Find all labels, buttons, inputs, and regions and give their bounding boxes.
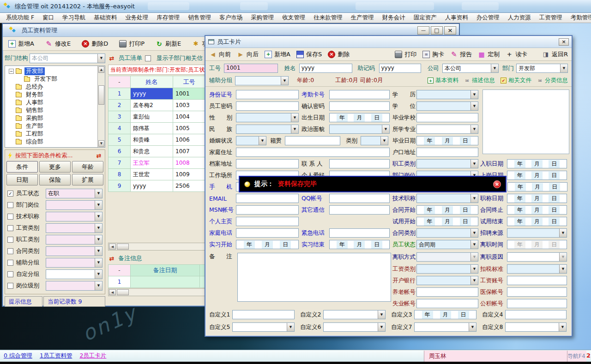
tab[interactable]: 分类信息 <box>537 77 568 84</box>
checkbox[interactable] <box>7 225 13 231</box>
school-field[interactable] <box>416 113 478 122</box>
employee-id[interactable]: 1006 <box>173 134 205 146</box>
checkbox[interactable] <box>7 191 13 197</box>
employee-id[interactable]: 1005 <box>173 123 205 134</box>
checkbox[interactable] <box>7 237 13 243</box>
window-tab-link[interactable]: 2员工卡片 <box>79 352 106 360</box>
chevron-down-icon[interactable] <box>491 64 498 72</box>
menu-item[interactable]: 人力资源 <box>504 14 535 22</box>
tax-std-combo[interactable] <box>507 264 567 274</box>
filter-combo[interactable] <box>46 246 103 256</box>
filter-tab-button[interactable]: 保险 <box>39 174 71 185</box>
empno-field[interactable]: 1001 <box>224 64 278 73</box>
chevron-down-icon[interactable] <box>382 125 389 133</box>
confirm-pwd-field[interactable] <box>329 101 390 111</box>
chevron-down-icon[interactable] <box>95 247 102 256</box>
birth-date-input[interactable]: 年月日 <box>329 113 390 122</box>
chevron-down-icon[interactable] <box>559 323 566 331</box>
toolbar-button[interactable]: 新增A <box>265 50 290 59</box>
filter-tab-button[interactable]: 更多 <box>39 161 71 173</box>
chevron-down-icon[interactable] <box>470 90 478 99</box>
native-place-field[interactable] <box>285 136 340 145</box>
trial-start-date-input[interactable]: 年月日 <box>416 217 478 226</box>
employee-name[interactable]: 和贵峰 <box>131 134 173 146</box>
window-tab-link[interactable]: 1员工资料管 <box>40 352 72 360</box>
bank-combo[interactable] <box>416 276 478 285</box>
menu-item[interactable]: 业务处理 <box>121 14 152 22</box>
politics-combo[interactable] <box>329 125 390 134</box>
employee-name[interactable]: yyyy <box>131 88 173 100</box>
chevron-down-icon[interactable] <box>470 265 478 273</box>
chevron-down-icon[interactable] <box>287 323 294 331</box>
employee-name[interactable]: 王立军 <box>131 157 173 169</box>
toolbar-button[interactable]: 删除D <box>82 40 108 48</box>
chevron-down-icon[interactable] <box>560 64 567 72</box>
home-phone-field[interactable] <box>236 228 299 238</box>
chevron-down-icon[interactable] <box>291 125 298 133</box>
chevron-down-icon[interactable] <box>291 113 298 122</box>
chevron-down-icon[interactable] <box>470 160 478 168</box>
chevron-down-icon[interactable] <box>281 77 288 85</box>
attend-card-field[interactable] <box>329 90 390 99</box>
filter-combo[interactable]: 在职 <box>46 189 103 198</box>
degree-combo[interactable] <box>416 101 478 111</box>
toolbar-button[interactable]: 定制 <box>478 50 500 59</box>
menu-item[interactable]: 库存管理 <box>152 14 184 22</box>
contract-start-date-input[interactable]: 年月日 <box>416 205 478 215</box>
trial-end-date-input[interactable]: 年月日 <box>507 217 567 226</box>
chevron-down-icon[interactable] <box>559 229 567 237</box>
show-subdept-checkbox[interactable] <box>145 55 151 61</box>
toolbar-button[interactable]: 打印 <box>395 50 416 59</box>
filter-tab-button[interactable]: 日期 <box>6 174 38 185</box>
employee-name[interactable]: 孟冬梅2 <box>131 100 173 111</box>
menu-item[interactable]: 学习导航 <box>58 14 90 22</box>
col-name[interactable]: 姓名 <box>131 76 173 88</box>
unemploy-acct-field[interactable] <box>416 299 478 308</box>
menu-item[interactable]: 窗口 <box>38 14 58 22</box>
scrollbar-thumb[interactable] <box>117 244 129 250</box>
post-date-input[interactable]: 年月日 <box>507 171 567 180</box>
chevron-down-icon[interactable] <box>95 235 102 244</box>
toolbar-button[interactable]: 向前 <box>209 50 231 59</box>
home-addr-field[interactable] <box>236 148 390 157</box>
filter-combo[interactable] <box>46 258 103 268</box>
mnemonic-field[interactable]: yyyy <box>379 64 422 73</box>
toolbar-button[interactable]: 保存S <box>296 50 322 59</box>
filter-combo[interactable] <box>46 235 103 245</box>
scroll-up-icon[interactable]: ▲ <box>98 66 104 73</box>
checkbox[interactable] <box>7 202 13 208</box>
tree-item[interactable]: 开发部 <box>9 67 105 75</box>
employee-id[interactable]: 1009 <box>173 169 205 180</box>
tree-item[interactable]: 生产部 <box>9 122 105 130</box>
salary-acct-field[interactable] <box>507 276 567 285</box>
title-date-input[interactable]: 年月日 <box>507 194 567 203</box>
chevron-down-icon[interactable] <box>380 137 388 145</box>
tab[interactable]: 相关文件 <box>501 77 531 84</box>
chevron-down-icon[interactable] <box>95 258 102 267</box>
employee-id[interactable]: 1001 <box>173 88 205 100</box>
marital-combo[interactable] <box>236 136 266 145</box>
nation-combo[interactable] <box>236 125 299 134</box>
filter-combo[interactable] <box>46 269 103 279</box>
tree-item[interactable]: 工程部 <box>9 130 105 138</box>
contact-field[interactable] <box>329 159 390 168</box>
toolbar-button[interactable]: 删除 <box>328 50 350 59</box>
menu-item[interactable]: 生产管理 <box>347 14 378 22</box>
filter-tab-button[interactable]: 年龄 <box>72 161 103 173</box>
chevron-down-icon[interactable] <box>95 189 102 198</box>
tree-item[interactable]: 采购部 <box>9 114 105 122</box>
chevron-down-icon[interactable] <box>95 281 102 290</box>
chevron-down-icon[interactable] <box>95 270 102 279</box>
swap-icon[interactable] <box>95 152 103 159</box>
maximize-button[interactable] <box>431 26 443 35</box>
name-field[interactable]: yyyy <box>299 64 352 73</box>
menu-item[interactable]: 往来款管理 <box>309 14 347 22</box>
filter-combo[interactable] <box>46 212 103 221</box>
menu-item[interactable]: 人事资料 <box>441 14 472 22</box>
employee-name[interactable]: 陈伟基 <box>131 123 173 134</box>
reg-addr-field[interactable] <box>416 148 478 157</box>
checkbox[interactable] <box>7 283 13 289</box>
tech-title-combo[interactable] <box>416 194 478 203</box>
col-empno[interactable]: 工号 <box>173 76 205 88</box>
qq-field[interactable] <box>329 194 390 203</box>
